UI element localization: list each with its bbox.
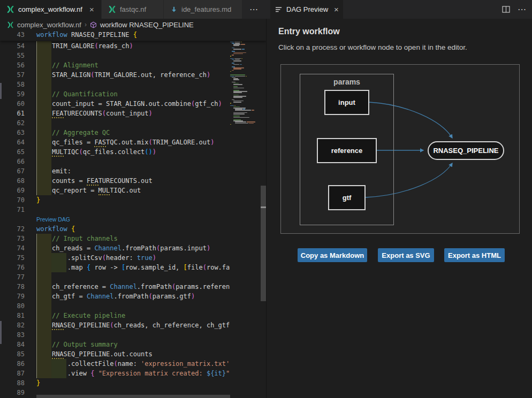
breadcrumb-file[interactable]: complex_workflow.nf [17, 21, 81, 29]
code-text: qc_report = MULTIQC.out [36, 187, 141, 194]
line-number: 64 [0, 139, 25, 146]
dag-preview-panel: DAG Preview × ⋯ Entry workflow Click on … [266, 0, 532, 398]
code-line: 87 .view { "Expression matrix created: $… [0, 369, 230, 378]
tab-ide-features[interactable]: ide_features.md [164, 0, 242, 19]
line-number: 62 [0, 119, 25, 127]
line-number: 84 [0, 341, 25, 348]
code-text: .view { "Expression matrix created: ${it… [36, 370, 230, 377]
codelens-preview-dag-link[interactable]: Preview DAG [36, 216, 70, 223]
code-line: 77 [0, 272, 230, 282]
code-text: // Quantification [36, 90, 118, 98]
minimap-row [235, 110, 254, 111]
minimap-row [233, 60, 241, 62]
dag-node-reference[interactable]: reference [317, 138, 377, 163]
panel-tab-label: DAG Preview [286, 5, 328, 13]
minimap-row [232, 55, 234, 56]
minimap-row [233, 92, 242, 93]
dag-group-label: params [300, 78, 393, 86]
line-number: 88 [0, 379, 25, 387]
line-number: 83 [0, 331, 25, 339]
tab-label: complex_workflow.nf [18, 5, 82, 13]
panel-more-icon[interactable]: ⋯ [518, 4, 527, 14]
code-line: 79 ch_gtf = Channel.fromPath(params.gtf) [0, 292, 230, 301]
code-line: 81 // Execute pipeline [0, 311, 230, 320]
code-line: 80 [0, 301, 230, 311]
dag-node-rnaseq-pipeline[interactable]: RNASEQ_PIPELINE [428, 141, 504, 160]
line-number: 57 [0, 71, 25, 79]
dag-export-buttons: Copy as Markdown Export as SVG Export as… [266, 248, 532, 262]
line-number: 86 [0, 360, 25, 368]
minimap-row [235, 123, 254, 124]
code-text: // Execute pipeline [36, 312, 125, 319]
nextflow-logo-icon [7, 21, 14, 28]
minimap-row [233, 53, 243, 55]
minimap-row [230, 71, 231, 72]
vertical-scrollbar-thumb[interactable] [261, 186, 266, 301]
code-line: 63 // Aggregate QC [0, 128, 230, 137]
code-text: // Alignment [36, 62, 98, 69]
code-line: 76 .map { row -> [row.sample_id, [file(r… [0, 263, 230, 272]
minimap-row [233, 117, 249, 118]
code-text: // Output summary [36, 341, 118, 348]
export-as-html-button[interactable]: Export as HTML [444, 248, 505, 262]
minimap-row [230, 103, 231, 104]
code-text: emit: [36, 167, 71, 175]
copy-as-markdown-button[interactable]: Copy as Markdown [298, 248, 367, 262]
line-number: 87 [0, 370, 25, 377]
code-text: qc_files = FASTQC.out.mix(TRIM_GALORE.ou… [36, 139, 214, 146]
dag-node-input[interactable]: input [324, 90, 369, 115]
tab-label: ide_features.md [181, 5, 231, 13]
code-text: .splitCsv(header: true) [36, 254, 156, 262]
overview-ruler-cursor-mark [261, 206, 266, 208]
line-number: 76 [0, 264, 25, 271]
tab-complex-workflow[interactable]: complex_workflow.nf × [0, 0, 102, 19]
minimap-row [233, 79, 239, 80]
code-text: .collectFile(name: 'expression_matrix.tx… [36, 360, 230, 368]
panel-tab-close-icon[interactable]: × [334, 5, 339, 14]
code-line: 86 .collectFile(name: 'expression_matrix… [0, 359, 230, 369]
code-text: } [36, 379, 40, 387]
line-number: 65 [0, 148, 25, 156]
breadcrumb[interactable]: complex_workflow.nf › workflow RNASEQ_PI… [0, 19, 266, 30]
code-line: 78 ch_reference = Channel.fromPath(param… [0, 282, 230, 292]
code-line: 65 MULTIQC(qc_files.collect()) [0, 147, 230, 157]
minimap-row [233, 49, 245, 50]
code-line: 85 RNASEQ_PIPELINE.out.counts [0, 349, 230, 359]
minimap-row [233, 113, 245, 114]
sticky-code: workflow RNASEQ_PIPELINE { [36, 31, 137, 39]
code-line: 72workflow { [0, 224, 230, 234]
minimap[interactable] [230, 30, 261, 398]
code-line: 66 [0, 157, 230, 166]
line-number: 73 [0, 235, 25, 242]
line-number: 63 [0, 129, 25, 136]
code-line: 56 // Alignment [0, 60, 230, 70]
editor-group: complex_workflow.nf × fastqc.nf [0, 0, 266, 398]
tab-dag-preview[interactable]: DAG Preview × [270, 0, 343, 19]
minimap-row [233, 97, 242, 98]
code-line: 84 // Output summary [0, 340, 230, 349]
code-text: workflow { [36, 225, 75, 233]
code-line: 64 qc_files = FASTQC.out.mix(TRIM_GALORE… [0, 137, 230, 147]
line-number: 66 [0, 158, 25, 165]
line-number: 81 [0, 312, 25, 319]
code-line: 74 ch_reads = Channel.fromPath(params.in… [0, 243, 230, 253]
breadcrumb-symbol[interactable]: workflow RNASEQ_PIPELINE [100, 21, 194, 29]
code-editor[interactable]: 43 workflow RNASEQ_PIPELINE { 54 TRIM_GA… [0, 30, 266, 398]
code-line: 70} [0, 195, 230, 205]
sticky-scroll-line[interactable]: 43 workflow RNASEQ_PIPELINE { [0, 30, 266, 41]
dag-node-gtf[interactable]: gtf [328, 185, 366, 210]
tab-fastqc[interactable]: fastqc.nf [102, 0, 164, 19]
vscode-window: { "colors": { "editor_bg": "#1e1e1e", "t… [0, 0, 532, 398]
editor-actions-more[interactable]: ⋯ [249, 0, 266, 19]
line-number: 67 [0, 167, 25, 175]
split-editor-icon[interactable] [502, 6, 510, 13]
line-number: 74 [0, 244, 25, 252]
line-number: 69 [0, 187, 25, 194]
panel-hint: Click on a process or workflow node to o… [278, 43, 467, 51]
minimap-row [233, 84, 242, 85]
nextflow-logo-icon [6, 5, 14, 13]
export-as-svg-button[interactable]: Export as SVG [378, 248, 434, 262]
code-line: 57 STAR_ALIGN(TRIM_GALORE.out, reference… [0, 70, 230, 80]
code-text: .map { row -> [row.sample_id, [file(row.… [36, 264, 230, 271]
tab-close-icon[interactable]: × [89, 5, 94, 13]
